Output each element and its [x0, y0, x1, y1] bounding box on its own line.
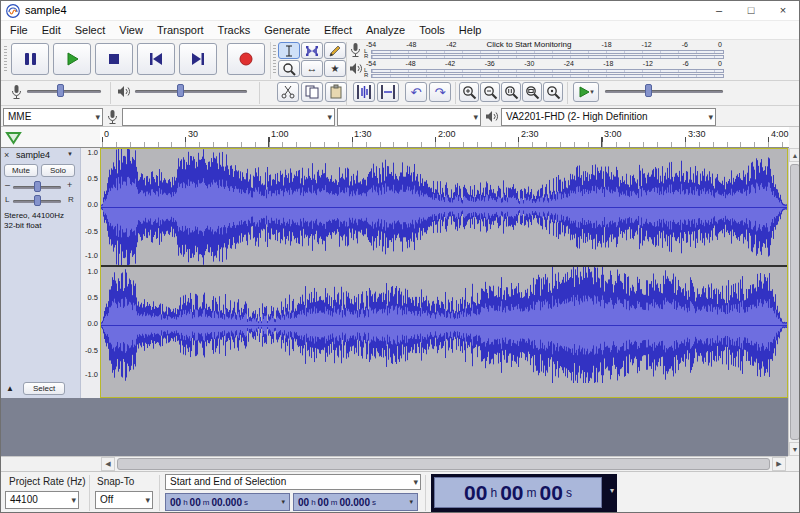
pan-thumb[interactable] — [34, 195, 41, 206]
silence-audio-button[interactable] — [377, 82, 399, 102]
track-select-button[interactable]: Select — [23, 382, 65, 395]
solo-button[interactable]: Solo — [41, 164, 75, 177]
field-dropdown-icon[interactable]: ▾ — [409, 498, 413, 506]
record-meter-body[interactable]: -54 -48 -42 Click to Start Monitoring -1… — [364, 41, 724, 59]
timeline-ruler[interactable]: 0 30 1:00 1:30 2:00 2:30 3:00 3:30 4:00 — [100, 127, 789, 148]
toolbar-grip[interactable] — [273, 45, 276, 75]
recording-meter[interactable]: -54 -48 -42 Click to Start Monitoring -1… — [349, 41, 725, 59]
playback-volume-thumb[interactable] — [177, 84, 184, 97]
horizontal-scroll-thumb[interactable] — [117, 458, 770, 470]
zoom-out-button[interactable] — [480, 82, 500, 102]
redo-button[interactable]: ↷ — [429, 82, 451, 102]
menu-file[interactable]: File — [3, 24, 35, 36]
vertical-scrollbar[interactable]: ▲ ▼ — [788, 148, 800, 456]
recording-device-combobox[interactable]: ▾ — [122, 108, 335, 126]
play-at-speed-button[interactable]: ▾ — [573, 82, 599, 102]
field-dropdown-icon[interactable]: ▾ — [281, 498, 285, 506]
scroll-down-button[interactable]: ▼ — [789, 442, 800, 456]
draw-tool-button[interactable] — [324, 42, 346, 59]
play-speed-thumb[interactable] — [645, 84, 652, 97]
recording-volume-thumb[interactable] — [57, 84, 64, 97]
gain-slider[interactable] — [13, 180, 63, 193]
track-title[interactable]: sample4 — [16, 150, 50, 160]
stop-button[interactable] — [95, 43, 133, 75]
selection-end-field[interactable]: 00 h 00 m 00.000 s ▾ — [293, 493, 418, 511]
menu-generate[interactable]: Generate — [257, 24, 317, 36]
menu-tools[interactable]: Tools — [412, 24, 452, 36]
horizontal-scrollbar[interactable]: ◀ ▶ — [1, 456, 788, 471]
scroll-left-button[interactable]: ◀ — [101, 457, 115, 471]
multi-tool-button[interactable]: ★ — [324, 60, 346, 77]
playback-volume-slider[interactable] — [135, 83, 251, 99]
combo-arrow-icon[interactable]: ▾ — [708, 109, 713, 125]
selection-tool-button[interactable] — [278, 42, 300, 59]
undo-button[interactable]: ↶ — [405, 82, 427, 102]
zoom-in-button[interactable] — [459, 82, 479, 102]
track-menu-arrow-icon[interactable]: ▼ — [67, 151, 73, 157]
record-meter-right-bar — [371, 55, 724, 59]
collapse-track-button[interactable]: ▲ — [6, 384, 14, 393]
menu-select[interactable]: Select — [68, 24, 113, 36]
timeline-options-pin[interactable] — [5, 131, 22, 145]
menu-analyze[interactable]: Analyze — [359, 24, 412, 36]
cut-button[interactable] — [277, 82, 299, 102]
menu-tracks[interactable]: Tracks — [211, 24, 258, 36]
selection-mode-combobox[interactable]: Start and End of Selection ▾ — [165, 474, 421, 490]
play-at-speed-dropdown-icon[interactable]: ▾ — [590, 88, 594, 96]
play-meter-body[interactable]: -54 -48 -42 -36 -30 -24 -18 -12 -6 0 L R — [364, 60, 724, 78]
menu-help[interactable]: Help — [452, 24, 489, 36]
trim-audio-button[interactable] — [353, 82, 375, 102]
waveform-right-channel[interactable] — [101, 267, 787, 383]
start-monitoring-text[interactable]: Click to Start Monitoring — [486, 41, 571, 49]
play-speed-slider[interactable] — [605, 83, 727, 99]
playback-device-combobox[interactable]: VA2201-FHD (2- High Definition ▾ — [501, 108, 716, 126]
waveform-left-channel[interactable] — [101, 149, 787, 265]
minimize-button[interactable]: – — [703, 1, 735, 20]
combo-arrow-icon[interactable]: ▾ — [71, 492, 76, 508]
paste-button[interactable] — [325, 82, 347, 102]
menu-transport[interactable]: Transport — [150, 24, 211, 36]
skip-to-start-button[interactable] — [137, 43, 175, 75]
audio-host-combobox[interactable]: MME ▾ — [3, 108, 103, 126]
scroll-up-button[interactable]: ▲ — [789, 148, 800, 162]
timeshift-tool-button[interactable]: ↔ — [301, 60, 323, 77]
fit-project-button[interactable] — [522, 82, 542, 102]
close-button[interactable]: × — [767, 1, 799, 20]
combo-arrow-icon[interactable]: ▾ — [413, 475, 418, 489]
play-button[interactable] — [53, 43, 91, 75]
recording-channels-combobox[interactable]: ▾ — [337, 108, 481, 126]
combo-arrow-icon[interactable]: ▾ — [145, 492, 150, 508]
envelope-tool-button[interactable] — [301, 42, 323, 59]
audio-position-field[interactable]: 00 h 00 m 00 s — [434, 477, 602, 508]
track-resize-margin[interactable] — [101, 383, 787, 397]
recording-volume-slider[interactable] — [27, 83, 105, 99]
track-close-button[interactable]: × — [4, 150, 9, 160]
maximize-button[interactable]: □ — [735, 1, 767, 20]
zoom-tool-button[interactable] — [278, 60, 300, 77]
field-dropdown-icon[interactable]: ▾ — [610, 486, 614, 495]
snap-to-combobox[interactable]: Off ▾ — [95, 491, 153, 509]
selection-start-field[interactable]: 00 h 00 m 00.000 s ▾ — [165, 493, 290, 511]
pan-slider[interactable] — [13, 194, 63, 207]
skip-to-end-button[interactable] — [179, 43, 217, 75]
pause-button[interactable] — [11, 43, 49, 75]
project-rate-combobox[interactable]: 44100 ▾ — [5, 491, 79, 509]
menu-view[interactable]: View — [112, 24, 150, 36]
copy-button[interactable] — [301, 82, 323, 102]
vertical-scale-ruler[interactable]: 1.0 0.5 0.0 -0.5 -1.0 1.0 0.5 0.0 -0.5 -… — [81, 148, 100, 398]
menu-edit[interactable]: Edit — [35, 24, 68, 36]
vertical-scroll-thumb[interactable] — [790, 164, 800, 440]
toolbar-grip[interactable] — [4, 46, 7, 72]
gain-thumb[interactable] — [34, 181, 41, 192]
record-button[interactable] — [227, 43, 265, 75]
menu-effect[interactable]: Effect — [317, 24, 359, 36]
combo-arrow-icon[interactable]: ▾ — [473, 109, 478, 125]
mute-button[interactable]: Mute — [4, 164, 38, 177]
combo-arrow-icon[interactable]: ▾ — [327, 109, 332, 125]
zoom-toggle-button[interactable] — [543, 82, 563, 102]
playback-meter[interactable]: -54 -48 -42 -36 -30 -24 -18 -12 -6 0 L R — [349, 60, 725, 78]
amp-label: 0.0 — [81, 320, 98, 328]
scroll-right-button[interactable]: ▶ — [772, 457, 786, 471]
fit-selection-button[interactable] — [501, 82, 521, 102]
combo-arrow-icon[interactable]: ▾ — [95, 109, 100, 125]
